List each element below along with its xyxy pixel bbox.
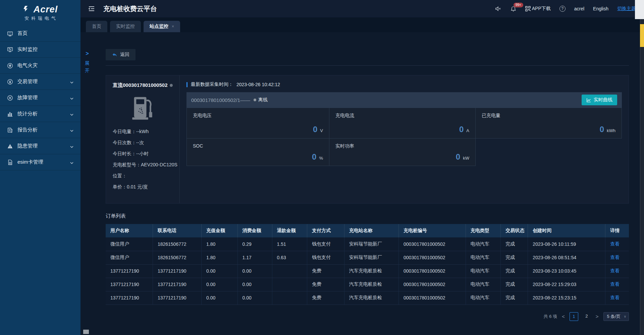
chevron-down-icon xyxy=(70,112,74,116)
divider xyxy=(106,65,629,66)
cell-station-name: 汽车充电桩质检 xyxy=(344,264,398,278)
app-root: Acrel 安科瑞电气 首页 实时监控 电气火灾 xyxy=(0,0,644,335)
sidebar-item-statistics-analysis[interactable]: 统计分析 xyxy=(0,106,80,122)
cell-user-name: 微信用户 xyxy=(106,251,153,264)
view-detail-link[interactable]: 查看 xyxy=(610,268,620,273)
expand-sidebar-handle[interactable]: > 展 开 xyxy=(84,51,91,74)
cell-detail: 查看 xyxy=(605,237,629,251)
view-detail-link[interactable]: 查看 xyxy=(610,255,620,260)
brand-logo-icon xyxy=(23,5,32,14)
sidebar-item-fault-management[interactable]: 故障管理 xyxy=(0,90,80,106)
main-area: 充电桩收费云平台 99+ APP下载 ? acrel English 切换主题 xyxy=(80,0,644,335)
language-switch[interactable]: English xyxy=(593,6,608,11)
brand-subtitle: 安科瑞电气 xyxy=(24,15,58,21)
pile-status-label: 离线 xyxy=(258,97,268,103)
cell-pay-method: 免费 xyxy=(307,278,344,291)
table-row: 微信用户 18261506772 1.80 0.29 1.51 钱包支付 安科瑞… xyxy=(106,237,629,251)
cell-pile-code: 0003017801000502 xyxy=(399,291,466,304)
cell-pile-code: 0003017801000502 xyxy=(399,237,466,251)
metric-label: 充电电压 xyxy=(193,113,323,119)
orders-column-header: 充电站名称 xyxy=(344,224,398,237)
horizontal-scrollbar-thumb[interactable] xyxy=(83,330,89,334)
sidebar-item-electric-fire[interactable]: 电气火灾 xyxy=(0,58,80,74)
cell-recharge-amount: 1.80 xyxy=(201,237,237,251)
orders-column-header: 用户名称 xyxy=(106,224,153,237)
view-detail-link[interactable]: 查看 xyxy=(610,295,620,300)
cell-charge-type: 电动汽车 xyxy=(466,251,501,264)
cell-recharge-amount: 0.00 xyxy=(201,278,237,291)
report-icon xyxy=(7,127,13,133)
device-stat-line: 单价：0.01 元/度 xyxy=(113,181,173,192)
cell-pile-code: 0003017801000502 xyxy=(399,278,466,291)
tab-close-icon[interactable]: × xyxy=(172,24,174,29)
mute-icon[interactable] xyxy=(495,5,501,12)
app-download-button[interactable]: APP下载 xyxy=(525,6,551,12)
collect-time-value: 2023-08-26 10:42:12 xyxy=(236,82,280,87)
cell-refund-amount: 1.51 xyxy=(272,237,307,251)
cell-station-name: 汽车充电桩质检 xyxy=(344,291,398,304)
menu-fold-icon[interactable] xyxy=(87,4,96,13)
sim-card-icon xyxy=(7,159,13,166)
theme-switch-link[interactable]: 切换主题 xyxy=(617,6,636,12)
expand-label: 展 xyxy=(84,59,91,67)
brand-name: Acrel xyxy=(34,4,58,15)
pagination-next-icon[interactable]: > xyxy=(595,314,599,319)
cell-pile-code: 0003017801000502 xyxy=(399,251,466,264)
chevron-down-icon xyxy=(70,160,74,164)
cell-refund-amount xyxy=(272,278,307,291)
sidebar-item-label: 首页 xyxy=(17,30,74,37)
tab-label: 首页 xyxy=(92,23,101,30)
view-detail-link[interactable]: 查看 xyxy=(610,281,620,287)
cell-pile-code: 0003017801000502 xyxy=(399,264,466,278)
orders-column-header: 创建时间 xyxy=(528,224,605,237)
page-size-select[interactable]: 5 条/页 ∨ xyxy=(603,312,629,321)
notification-badge: 99+ xyxy=(514,3,523,7)
pagination-prev-icon[interactable]: < xyxy=(561,314,566,319)
orders-column-header: 支付方式 xyxy=(307,224,344,237)
accent-bar xyxy=(186,82,187,87)
orders-column-header: 消费金额 xyxy=(237,224,272,237)
pagination: 共 6 项 < 1 2 > 5 条/页 ∨ xyxy=(106,312,629,321)
orders-column-header: 充值金额 xyxy=(201,224,237,237)
cell-phone: 18261506772 xyxy=(153,237,201,251)
home-icon xyxy=(7,30,13,37)
sidebar-item-realtime-monitor[interactable]: 实时监控 xyxy=(0,42,80,58)
sidebar-item-hazard-management[interactable]: 隐患管理 xyxy=(0,138,80,154)
tab-home[interactable]: 首页 xyxy=(86,21,107,32)
device-summary: 直流0003017801000502 xyxy=(106,75,180,203)
cell-recharge-amount: 0.00 xyxy=(201,291,237,304)
sidebar-item-home[interactable]: 首页 xyxy=(0,25,80,42)
sidebar-item-label: 实时监控 xyxy=(17,46,74,53)
tab-realtime-monitor[interactable]: 实时监控 xyxy=(110,21,141,32)
realtime-curve-button[interactable]: 实时曲线 xyxy=(582,95,617,105)
realtime-curve-label: 实时曲线 xyxy=(594,97,612,103)
cell-pay-method: 钱包支付 xyxy=(307,237,344,251)
vertical-scrollbar-thumb[interactable] xyxy=(640,24,644,47)
cell-created-time: 2023-08-26 08:51:54 xyxy=(528,251,605,264)
username[interactable]: acrel xyxy=(574,6,584,11)
sidebar-item-label: 交易管理 xyxy=(17,78,70,85)
vertical-scrollbar-track[interactable] xyxy=(640,19,644,335)
chevron-down-icon xyxy=(70,80,74,84)
metric-unit: % xyxy=(319,156,323,161)
pagination-page-1[interactable]: 1 xyxy=(570,312,578,321)
expand-label: 开 xyxy=(84,67,91,74)
sidebar-item-esim-card-management[interactable]: esim卡管理 xyxy=(0,154,80,170)
sidebar-item-transaction-management[interactable]: 交易管理 xyxy=(0,74,80,90)
view-detail-link[interactable]: 查看 xyxy=(610,241,620,246)
notification-bell-icon[interactable]: 99+ xyxy=(510,6,517,12)
tab-station-monitor[interactable]: 站点监控 × xyxy=(144,21,180,32)
page-title: 充电桩收费云平台 xyxy=(103,4,157,13)
back-button[interactable]: 返回 xyxy=(106,49,136,60)
sidebar: Acrel 安科瑞电气 首页 实时监控 电气火灾 xyxy=(0,0,80,335)
pagination-page-2[interactable]: 2 xyxy=(582,312,591,321)
sidebar-item-report-analysis[interactable]: 报告分析 xyxy=(0,122,80,138)
cell-consume-amount: 0.00 xyxy=(237,291,272,304)
device-stats-list: 今日电量：--kWh 今日次数：--次 今日时长：--小时 充电桩型号：AEV2… xyxy=(113,126,173,192)
help-icon[interactable]: ? xyxy=(559,6,566,12)
cell-consume-amount: 0.00 xyxy=(237,278,272,291)
charging-pile-icon xyxy=(132,95,154,120)
chevron-down-icon: ∨ xyxy=(624,313,626,321)
cell-consume-amount: 0.29 xyxy=(237,237,272,251)
offline-status-dot xyxy=(254,99,256,101)
